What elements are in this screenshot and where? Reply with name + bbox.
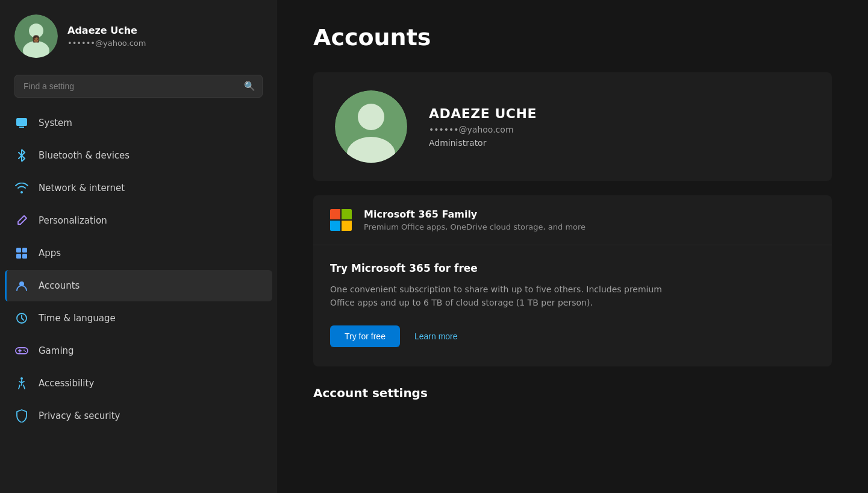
sidebar-item-system[interactable]: System — [5, 107, 272, 139]
main-profile-name: ADAEZE UCHE — [429, 106, 537, 121]
svg-rect-5 — [19, 127, 24, 128]
svg-point-15 — [20, 377, 23, 380]
page-title: Accounts — [313, 24, 832, 51]
account-settings-title: Account settings — [313, 386, 832, 400]
m365-buttons: Try for free Learn more — [330, 325, 815, 347]
sidebar-item-personalization-label: Personalization — [39, 215, 107, 226]
svg-rect-12 — [16, 348, 28, 354]
svg-rect-4 — [16, 118, 27, 126]
sidebar: 👩🏾 Adaeze Uche ••••••@yahoo.com 🔍 System — [0, 0, 277, 493]
m365-logo-green — [342, 209, 352, 219]
sidebar-item-network[interactable]: Network & internet — [5, 172, 272, 204]
sidebar-nav: System Bluetooth & devices Network & int… — [0, 107, 277, 432]
m365-card: Microsoft 365 Family Premium Office apps… — [313, 195, 832, 366]
search-container: 🔍 — [0, 70, 277, 107]
svg-rect-7 — [22, 248, 27, 253]
try-for-free-button[interactable]: Try for free — [330, 325, 400, 347]
privacy-icon — [14, 409, 29, 423]
sidebar-item-accounts[interactable]: Accounts — [5, 270, 272, 301]
svg-point-14 — [25, 351, 26, 352]
m365-promo-description: One convenient subscription to share wit… — [330, 283, 679, 310]
main-profile-email: ••••••@yahoo.com — [429, 125, 537, 134]
sidebar-item-network-label: Network & internet — [39, 183, 125, 193]
m365-product-description: Premium Office apps, OneDrive cloud stor… — [364, 222, 585, 231]
m365-header: Microsoft 365 Family Premium Office apps… — [313, 195, 832, 245]
m365-logo-yellow — [342, 221, 352, 231]
sidebar-item-time[interactable]: Time & language — [5, 303, 272, 334]
m365-product-name: Microsoft 365 Family — [364, 209, 585, 220]
m365-product-info: Microsoft 365 Family Premium Office apps… — [364, 209, 585, 231]
profile-card: ADAEZE UCHE ••••••@yahoo.com Administrat… — [313, 72, 832, 181]
main-profile-info: ADAEZE UCHE ••••••@yahoo.com Administrat… — [429, 106, 537, 148]
m365-promo-title: Try Microsoft 365 for free — [330, 262, 815, 274]
svg-rect-8 — [16, 254, 21, 259]
m365-promo: Try Microsoft 365 for free One convenien… — [313, 245, 832, 366]
svg-rect-6 — [16, 248, 21, 253]
search-icon: 🔍 — [244, 81, 255, 92]
sidebar-profile: 👩🏾 Adaeze Uche ••••••@yahoo.com — [0, 0, 277, 70]
sidebar-item-apps-label: Apps — [39, 248, 61, 259]
svg-text:👩🏾: 👩🏾 — [32, 34, 40, 43]
sidebar-profile-info: Adaeze Uche ••••••@yahoo.com — [67, 25, 146, 48]
sidebar-item-accessibility-label: Accessibility — [39, 378, 94, 389]
system-icon — [14, 116, 29, 130]
main-avatar — [335, 90, 407, 163]
accounts-icon — [14, 278, 29, 293]
sidebar-item-time-label: Time & language — [39, 313, 116, 324]
apps-icon — [14, 246, 29, 260]
sidebar-item-personalization[interactable]: Personalization — [5, 205, 272, 236]
search-wrapper: 🔍 — [14, 75, 263, 98]
accessibility-icon — [14, 376, 29, 391]
bluetooth-icon — [14, 148, 29, 163]
sidebar-item-apps[interactable]: Apps — [5, 237, 272, 269]
m365-logo — [330, 209, 352, 231]
main-profile-role: Administrator — [429, 138, 537, 148]
sidebar-item-accessibility[interactable]: Accessibility — [5, 368, 272, 399]
time-icon — [14, 311, 29, 325]
sidebar-item-gaming[interactable]: Gaming — [5, 335, 272, 366]
sidebar-item-privacy[interactable]: Privacy & security — [5, 400, 272, 432]
search-input[interactable] — [14, 75, 263, 98]
network-icon — [14, 181, 29, 195]
learn-more-button[interactable]: Learn more — [414, 331, 458, 341]
sidebar-item-accounts-label: Accounts — [39, 280, 80, 291]
m365-logo-red — [330, 209, 340, 219]
sidebar-profile-name: Adaeze Uche — [67, 25, 146, 36]
svg-rect-9 — [22, 254, 27, 259]
m365-logo-blue — [330, 221, 340, 231]
personalization-icon — [14, 213, 29, 228]
svg-point-17 — [358, 104, 384, 130]
sidebar-avatar: 👩🏾 — [14, 14, 58, 58]
sidebar-item-bluetooth-label: Bluetooth & devices — [39, 150, 130, 161]
svg-point-13 — [23, 350, 25, 351]
sidebar-item-gaming-label: Gaming — [39, 345, 74, 356]
sidebar-item-system-label: System — [39, 118, 72, 128]
sidebar-item-bluetooth[interactable]: Bluetooth & devices — [5, 140, 272, 171]
sidebar-profile-email: ••••••@yahoo.com — [67, 39, 146, 48]
sidebar-item-privacy-label: Privacy & security — [39, 410, 120, 421]
main-content: Accounts ADAEZE UCHE ••••••@yahoo.com Ad… — [277, 0, 868, 493]
gaming-icon — [14, 344, 29, 358]
